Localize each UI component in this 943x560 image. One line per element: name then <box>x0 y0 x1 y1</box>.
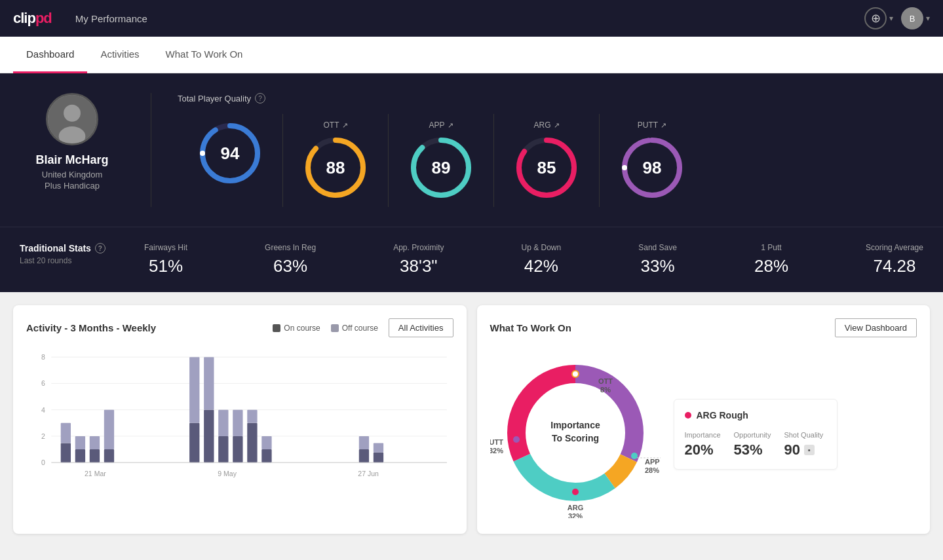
stat-up-down: Up & Down 42% <box>522 243 562 276</box>
wtwo-inner: Importance To Scoring OTT 8% APP 28% ARG… <box>490 348 917 521</box>
stat-app-proximity: App. Proximity 38'3" <box>393 243 444 276</box>
add-icon[interactable]: ⊕ <box>864 7 887 29</box>
svg-text:0: 0 <box>41 458 45 466</box>
putt-value: 98 <box>643 158 662 178</box>
svg-text:9 May: 9 May <box>218 470 237 477</box>
stat-label: Scoring Average <box>866 243 923 252</box>
svg-point-16 <box>622 165 627 170</box>
svg-rect-43 <box>247 423 257 462</box>
svg-point-2 <box>59 126 86 145</box>
app-value: 89 <box>432 158 451 178</box>
legend-off-course: Off course <box>331 324 378 333</box>
svg-rect-36 <box>189 357 199 423</box>
bottom-section: Activity - 3 Months - Weekly On course O… <box>0 292 943 547</box>
svg-rect-44 <box>247 410 257 423</box>
info-card-title: ARG Rough <box>685 410 826 420</box>
svg-point-70 <box>572 371 579 377</box>
svg-text:PUTT: PUTT <box>490 438 503 446</box>
stat-value: 51% <box>149 256 183 276</box>
arrow-icon: ↗ <box>554 121 560 130</box>
arg-card: ARG ↗ 85 <box>494 114 600 207</box>
putt-label: PUTT ↗ <box>638 121 666 130</box>
view-dashboard-button[interactable]: View Dashboard <box>835 318 917 337</box>
svg-point-13 <box>571 165 577 170</box>
tab-what-to-work-on[interactable]: What To Work On <box>153 37 256 73</box>
svg-rect-34 <box>104 410 114 449</box>
metric-value: 90 <box>784 441 799 458</box>
svg-text:APP: APP <box>645 458 660 466</box>
help-icon[interactable]: ? <box>255 93 265 103</box>
stat-value: 74.28 <box>873 256 915 276</box>
legend-dot <box>273 324 280 332</box>
legend-label: On course <box>284 324 320 333</box>
wtwo-header: What To Work On View Dashboard <box>490 318 917 337</box>
svg-rect-41 <box>233 436 242 462</box>
stat-label: Fairways Hit <box>144 243 187 252</box>
svg-point-72 <box>572 489 579 495</box>
hero-section: Blair McHarg United Kingdom Plus Handica… <box>0 73 943 227</box>
legend-on-course: On course <box>273 324 320 333</box>
player-handicap: Plus Handicap <box>45 181 100 191</box>
svg-rect-37 <box>204 410 214 462</box>
svg-rect-33 <box>104 449 114 462</box>
svg-text:27 Jun: 27 Jun <box>358 470 379 477</box>
stat-label: Up & Down <box>522 243 562 252</box>
putt-ring: 98 <box>619 135 685 200</box>
svg-rect-48 <box>359 436 369 449</box>
help-icon[interactable]: ? <box>95 243 106 253</box>
svg-text:32%: 32% <box>568 512 582 518</box>
ott-label: OTT ↗ <box>324 121 348 130</box>
tab-activities[interactable]: Activities <box>87 37 152 73</box>
info-metrics: Importance 20% Opportunity 53% Shot Qual… <box>685 431 826 458</box>
tabs-bar: Dashboard Activities What To Work On <box>0 37 943 73</box>
metric-label: Opportunity <box>734 431 771 439</box>
metric-label: Shot Quality <box>784 431 823 439</box>
stat-label: Greens In Reg <box>265 243 316 252</box>
all-activities-button[interactable]: All Activities <box>389 318 453 337</box>
svg-rect-49 <box>374 453 383 462</box>
user-menu[interactable]: B ▾ <box>901 7 930 29</box>
arrow-icon: ↗ <box>661 121 666 130</box>
svg-rect-31 <box>90 449 100 462</box>
stats-sublabel: Last 20 rounds <box>20 256 118 265</box>
putt-card: PUTT ↗ 98 <box>600 114 704 207</box>
total-quality-ring: 94 <box>197 121 263 186</box>
player-info: Blair McHarg United Kingdom Plus Handica… <box>20 93 125 191</box>
svg-rect-35 <box>189 423 199 462</box>
stat-value: 38'3" <box>400 256 438 276</box>
total-quality-value: 94 <box>221 143 240 164</box>
svg-rect-29 <box>75 449 85 462</box>
legend-label: Off course <box>342 324 378 333</box>
svg-rect-39 <box>218 436 228 462</box>
svg-rect-32 <box>90 436 100 449</box>
wtwo-title: What To Work On <box>490 322 571 333</box>
logo: clippd <box>13 10 52 27</box>
arg-ring: 85 <box>514 135 579 200</box>
svg-rect-50 <box>374 443 383 452</box>
svg-text:4: 4 <box>41 406 45 414</box>
arrow-icon: ↗ <box>342 121 348 130</box>
svg-text:Importance: Importance <box>550 420 600 430</box>
stat-label: Sand Save <box>638 243 677 252</box>
nav-title: My Performance <box>75 13 147 24</box>
stat-value: 33% <box>641 256 675 276</box>
svg-point-1 <box>64 105 81 122</box>
svg-text:To Scoring: To Scoring <box>551 433 598 443</box>
stat-sand-save: Sand Save 33% <box>638 243 677 276</box>
stats-label: Traditional Stats ? Last 20 rounds <box>20 243 118 265</box>
top-nav: clippd My Performance ⊕ ▾ B ▾ <box>0 0 943 37</box>
add-button-wrapper[interactable]: ⊕ ▾ <box>864 7 893 29</box>
scores-section: Total Player Quality ? 94 <box>178 93 923 207</box>
score-cards: 94 OTT ↗ 88 <box>178 114 923 207</box>
tab-dashboard[interactable]: Dashboard <box>13 37 87 73</box>
stat-greens-in-reg: Greens In Reg 63% <box>265 243 316 276</box>
stat-value: 63% <box>273 256 307 276</box>
svg-point-71 <box>631 453 638 459</box>
stat-fairways-hit: Fairways Hit 51% <box>144 243 187 276</box>
donut-chart: Importance To Scoring OTT 8% APP 28% ARG… <box>490 348 661 518</box>
svg-point-5 <box>200 151 205 156</box>
chart-header: Activity - 3 Months - Weekly On course O… <box>26 318 453 337</box>
arg-rough-info-card: ARG Rough Importance 20% Opportunity 53%… <box>674 399 837 470</box>
stat-1-putt: 1 Putt 28% <box>754 243 788 276</box>
app-card: APP ↗ 89 <box>389 114 494 207</box>
